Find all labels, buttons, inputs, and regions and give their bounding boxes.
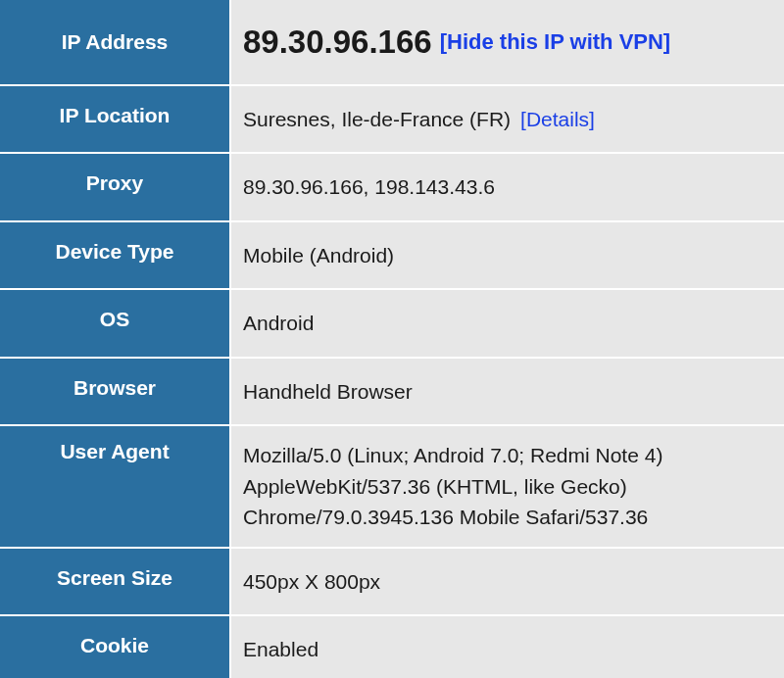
ip-location-text: Suresnes, Ile-de-France (FR) [243, 104, 511, 135]
value-proxy: 89.30.96.166, 198.143.43.6 [231, 154, 784, 220]
cookie-text: Enabled [243, 634, 318, 665]
row-cookie: Cookie Enabled [0, 616, 784, 678]
value-ip-location: Suresnes, Ile-de-France (FR) [Details] [231, 86, 784, 153]
row-browser: Browser Handheld Browser [0, 359, 784, 427]
label-device-type: Device Type [0, 222, 231, 289]
ip-info-table: IP Address 89.30.96.166 [Hide this IP wi… [0, 0, 784, 678]
label-proxy: Proxy [0, 154, 231, 220]
os-text: Android [243, 308, 314, 339]
row-ip-address: IP Address 89.30.96.166 [Hide this IP wi… [0, 0, 784, 86]
label-ip-location: IP Location [0, 86, 231, 153]
value-ip-address: 89.30.96.166 [Hide this IP with VPN] [231, 0, 784, 84]
value-device-type: Mobile (Android) [231, 222, 784, 289]
label-ip-address: IP Address [0, 0, 231, 84]
value-os: Android [231, 290, 784, 357]
row-ip-location: IP Location Suresnes, Ile-de-France (FR)… [0, 86, 784, 155]
row-proxy: Proxy 89.30.96.166, 198.143.43.6 [0, 154, 784, 222]
screen-size-text: 450px X 800px [243, 566, 380, 598]
row-user-agent: User Agent Mozilla/5.0 (Linux; Android 7… [0, 426, 784, 549]
label-screen-size: Screen Size [0, 549, 231, 615]
label-user-agent: User Agent [0, 426, 231, 547]
user-agent-text: Mozilla/5.0 (Linux; Android 7.0; Redmi N… [243, 444, 662, 528]
hide-ip-vpn-link[interactable]: [Hide this IP with VPN] [440, 25, 671, 58]
label-cookie: Cookie [0, 616, 231, 678]
device-type-text: Mobile (Android) [243, 240, 394, 271]
label-os: OS [0, 290, 231, 357]
row-screen-size: Screen Size 450px X 800px [0, 549, 784, 617]
ip-address-text: 89.30.96.166 [243, 18, 432, 67]
details-link[interactable]: [Details] [520, 104, 595, 135]
value-cookie: Enabled [231, 616, 784, 678]
value-user-agent: Mozilla/5.0 (Linux; Android 7.0; Redmi N… [231, 426, 784, 547]
label-browser: Browser [0, 359, 231, 425]
row-os: OS Android [0, 290, 784, 359]
browser-text: Handheld Browser [243, 376, 413, 408]
proxy-text: 89.30.96.166, 198.143.43.6 [243, 171, 495, 203]
row-device-type: Device Type Mobile (Android) [0, 222, 784, 291]
value-screen-size: 450px X 800px [231, 549, 784, 615]
value-browser: Handheld Browser [231, 359, 784, 425]
